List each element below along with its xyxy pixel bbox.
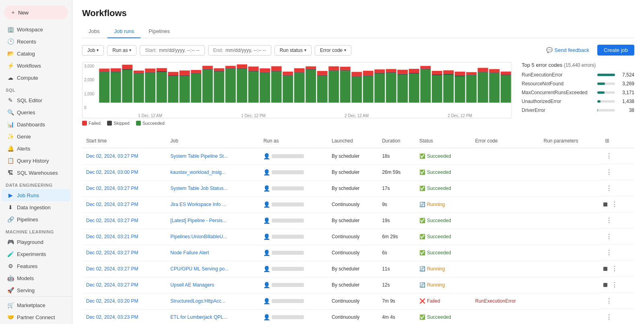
partner-connect-icon: 🤝 [7, 314, 14, 320]
sidebar-item-sql-warehouses[interactable]: 🏗 SQL Warehouses [2, 167, 70, 179]
svg-rect-89 [432, 71, 442, 74]
sidebar-item-models[interactable]: 🤖 Models [2, 272, 70, 284]
sidebar-item-compute[interactable]: ☁ Compute [2, 72, 70, 84]
column-settings-button[interactable]: ⊞ [603, 137, 611, 144]
sidebar-item-pipelines[interactable]: 🔗 Pipelines [2, 213, 70, 225]
sidebar-item-catalog[interactable]: 📂 Catalog [2, 47, 70, 60]
svg-rect-13 [145, 72, 155, 73]
ml-section-label: Machine Learning [0, 225, 72, 236]
run-parameters-cell [539, 164, 599, 180]
run-as-filter-button[interactable]: Run as ▾ [107, 45, 136, 56]
job-name-cell[interactable]: System Table Job Status... [166, 180, 259, 196]
user-name-blur [272, 251, 304, 255]
job-name-cell[interactable]: Upsell AE Managers [166, 277, 259, 293]
more-options-button[interactable]: ⋮ [603, 312, 615, 322]
job-name-cell[interactable]: Pipelines:UnionBillableU... [166, 229, 259, 245]
start-time-cell[interactable]: Dec 02, 2024, 03:27 PM [82, 245, 166, 261]
stop-button[interactable] [603, 202, 607, 206]
job-name-cell[interactable]: kaustav_workload_insig... [166, 164, 259, 180]
tabs: Jobs Job runs Pipelines [82, 25, 634, 38]
more-options-button[interactable]: ⋮ [603, 296, 615, 305]
start-time-cell[interactable]: Dec 02, 2024, 03:23 PM [82, 309, 166, 324]
start-date-filter[interactable]: Start: mm/dd/yyyy, --:-- -- [140, 45, 204, 56]
check-circle-icon: ✅ [419, 250, 425, 256]
svg-rect-35 [225, 66, 236, 68]
status-succeeded: ✅ Succeeded [419, 169, 467, 175]
sidebar-item-queries[interactable]: 🔍 Queries [2, 106, 70, 118]
new-button[interactable]: ＋ New [4, 6, 68, 19]
start-time-cell[interactable]: Dec 02, 2024, 03:27 PM [82, 261, 166, 277]
main-content: Workflows Jobs Job runs Pipelines Job ▾ … [72, 0, 644, 324]
job-name-cell[interactable]: Node Failure Alert [166, 245, 259, 261]
sidebar-item-playground[interactable]: 🎮 Playground [2, 236, 70, 248]
more-options-button[interactable]: ⋮ [609, 200, 620, 209]
error-code-filter-button[interactable]: Error code ▾ [315, 45, 351, 56]
run-status-filter-button[interactable]: Run status ▾ [275, 45, 312, 56]
start-time-cell[interactable]: Dec 02, 2024, 03:21 PM [82, 229, 166, 245]
sidebar-item-workspace[interactable]: 🏢 Workspace [2, 23, 70, 35]
status-cell: 🔄 Running [415, 196, 471, 213]
more-options-button[interactable]: ⋮ [603, 151, 615, 161]
start-time-cell[interactable]: Dec 02, 2024, 03:27 PM [82, 213, 166, 229]
stop-button[interactable] [603, 267, 607, 271]
sidebar-item-job-runs[interactable]: ▶ Job Runs [2, 189, 70, 201]
sidebar-item-sql-editor[interactable]: ✎ SQL Editor [2, 94, 70, 106]
sidebar-item-dashboards[interactable]: 📊 Dashboards [2, 118, 70, 130]
sidebar-item-query-history[interactable]: 📋 Query History [2, 155, 70, 167]
start-time-cell[interactable]: Dec 02, 2024, 03:27 PM [82, 180, 166, 196]
duration-cell: 4m 4s [378, 309, 415, 324]
start-time-cell[interactable]: Dec 02, 2024, 03:00 PM [82, 164, 166, 180]
launched-cell: By scheduler [328, 261, 378, 277]
job-name-cell[interactable]: ETL for Lumberjack QPL... [166, 309, 259, 324]
start-time-cell[interactable]: Dec 02, 2024, 03:27 PM [82, 148, 166, 165]
sidebar-item-alerts[interactable]: 🔔 Alerts [2, 142, 70, 155]
create-job-button[interactable]: Create job [597, 45, 634, 56]
sidebar-item-data-ingestion[interactable]: ⬇ Data Ingestion [2, 201, 70, 213]
more-options-button[interactable]: ⋮ [609, 280, 620, 289]
stop-button[interactable] [603, 283, 607, 287]
job-filter-button[interactable]: Job ▾ [82, 45, 104, 56]
sidebar-item-marketplace[interactable]: 🛒 Marketplace [2, 299, 70, 311]
send-feedback-button[interactable]: 💬 Send feedback [541, 45, 594, 55]
run-parameters-cell [539, 309, 599, 324]
svg-rect-74 [374, 69, 385, 72]
svg-rect-12 [145, 73, 155, 103]
workflows-icon: ⚡ [7, 62, 14, 69]
tab-jobs[interactable]: Jobs [82, 25, 106, 38]
job-name-cell[interactable]: Jira ES Workspace Info ... [166, 196, 259, 213]
sidebar-item-genie[interactable]: ✨ Genie [2, 130, 70, 142]
sidebar-item-recents[interactable]: 🕐 Recents [2, 35, 70, 47]
svg-rect-100 [478, 72, 488, 72]
sidebar-item-serving[interactable]: 🚀 Serving [2, 284, 70, 296]
job-name-cell[interactable]: System Table Pipeline St... [166, 148, 259, 165]
more-options-button[interactable]: ⋮ [603, 216, 615, 225]
sidebar-item-experiments[interactable]: 🧪 Experiments [2, 248, 70, 260]
job-name-cell[interactable]: CPU/GPU ML Serving po... [166, 261, 259, 277]
tab-job-runs[interactable]: Job runs [107, 25, 140, 38]
more-options-button[interactable]: ⋮ [603, 232, 615, 241]
start-time-cell[interactable]: Dec 02, 2024, 03:27 PM [82, 196, 166, 213]
more-options-button[interactable]: ⋮ [603, 184, 615, 193]
end-date-filter[interactable]: End: mm/dd/yyyy, --:-- -- [208, 45, 271, 56]
job-name-cell[interactable]: [Latest] Pipeline - Persis... [166, 213, 259, 229]
more-options-button[interactable]: ⋮ [609, 264, 620, 273]
svg-rect-21 [180, 76, 190, 103]
tab-pipelines[interactable]: Pipelines [142, 25, 176, 38]
sidebar-item-features[interactable]: ⚙ Features [2, 260, 70, 272]
duration-cell: 11s [378, 261, 415, 277]
sql-warehouses-icon: 🏗 [7, 169, 14, 176]
table-wrapper: Start time Job Run as Launched Duration … [82, 134, 634, 324]
more-options-button[interactable]: ⋮ [603, 248, 615, 257]
sidebar-item-workflows[interactable]: ⚡ Workflows [2, 60, 70, 72]
start-time-cell[interactable]: Dec 02, 2024, 03:20 PM [82, 293, 166, 309]
more-options-button[interactable]: ⋮ [603, 167, 615, 177]
job-name-cell[interactable]: StructuredLogs:HttpAcc... [166, 293, 259, 309]
start-time-cell[interactable]: Dec 02, 2024, 03:27 PM [82, 277, 166, 293]
sql-editor-icon: ✎ [7, 97, 14, 103]
svg-rect-48 [283, 76, 293, 103]
col-start-time: Start time [82, 134, 166, 148]
sidebar-item-partner-connect[interactable]: 🤝 Partner Connect [2, 311, 70, 323]
queries-icon: 🔍 [7, 109, 14, 116]
svg-rect-3 [111, 72, 121, 103]
error-code-cell [471, 148, 539, 165]
